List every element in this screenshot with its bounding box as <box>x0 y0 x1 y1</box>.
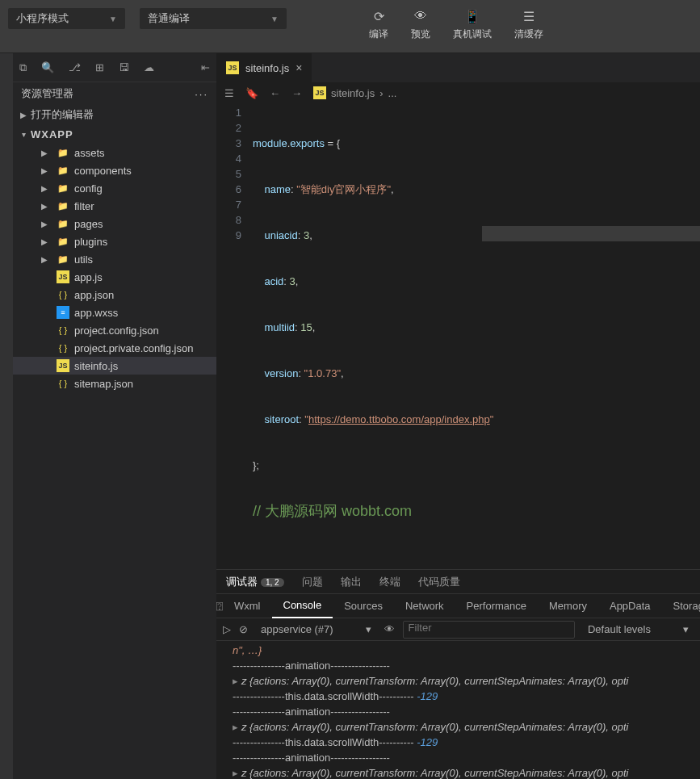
project-section[interactable]: ▾ WXAPP <box>13 124 216 144</box>
code-editor[interactable]: 123456789 module.exports = { name: "智能di… <box>216 103 700 569</box>
chevron-right-icon: ▶ <box>40 184 48 193</box>
devtab-appdata[interactable]: AppData <box>598 594 662 618</box>
bottom-panel: 调试器1, 2 问题 输出 终端 代码质量 ⍰ Wxml Console Sou… <box>216 569 700 779</box>
compile-button[interactable]: ⟳ 编译 <box>358 8 400 41</box>
mode-label: 小程序模式 <box>16 11 69 26</box>
collapse-icon[interactable]: ⇤ <box>201 61 210 73</box>
item-label: app.wxss <box>74 307 118 319</box>
console-line: ---------------animation----------------… <box>233 658 700 673</box>
panel-tabs: 调试器1, 2 问题 输出 终端 代码质量 <box>216 570 700 594</box>
devtab-wxml[interactable]: Wxml <box>223 594 272 618</box>
console-line: ---------------this.data.scrollWidth----… <box>233 689 700 704</box>
file-item[interactable]: JSapp.js <box>13 268 216 286</box>
forward-icon[interactable]: → <box>291 87 302 99</box>
console-toolbar: ▷ ⊘ appservice (#7) ▾ 👁 Default levels ▾ <box>216 618 700 641</box>
play-icon[interactable]: ▷ <box>223 623 231 635</box>
chevron-down-icon: ▾ <box>366 623 371 635</box>
chevron-right-icon: ▶ <box>40 202 48 211</box>
branch-icon[interactable]: ⎇ <box>69 61 81 73</box>
mode-dropdown[interactable]: 小程序模式 ▼ <box>8 8 125 29</box>
folder-item[interactable]: ▶📁plugins <box>13 232 216 250</box>
folder-icon: 📁 <box>57 199 69 212</box>
tab-quality[interactable]: 代码质量 <box>418 575 460 589</box>
file-item[interactable]: { }project.config.json <box>13 321 216 339</box>
console-line: ▸z {actions: Array(0), currentTransform:… <box>233 765 700 779</box>
file-item[interactable]: { }app.json <box>13 286 216 304</box>
wxss-icon: ≡ <box>57 306 69 319</box>
editor-tabs: JS siteinfo.js × <box>216 53 700 82</box>
devtab-console[interactable]: Console <box>272 594 333 618</box>
folder-icon: 📁 <box>57 253 69 266</box>
folder-item[interactable]: ▶📁pages <box>13 215 216 232</box>
tab-output[interactable]: 输出 <box>341 575 362 589</box>
save-icon[interactable]: 🖫 <box>119 61 129 73</box>
filter-input[interactable] <box>403 621 575 639</box>
context-select[interactable]: appservice (#7) ▾ <box>256 621 376 639</box>
editor-area: JS siteinfo.js × ☰ 🔖 ← → JS siteinfo.js … <box>216 53 700 779</box>
eye-icon[interactable]: 👁 <box>384 623 395 635</box>
file-item[interactable]: { }sitemap.json <box>13 375 216 392</box>
json-icon: { } <box>57 377 69 390</box>
item-label: components <box>74 165 132 177</box>
cloud-icon[interactable]: ☁ <box>144 61 154 73</box>
item-label: project.config.json <box>74 325 159 337</box>
item-label: project.private.config.json <box>74 342 193 354</box>
devtab-sources[interactable]: Sources <box>333 594 394 618</box>
js-icon: JS <box>226 61 239 74</box>
list-icon[interactable]: ☰ <box>224 87 234 99</box>
bookmark-icon[interactable]: 🔖 <box>245 87 258 99</box>
folder-item[interactable]: ▶📁assets <box>13 144 216 161</box>
chevron-down-icon: ▾ <box>683 623 689 635</box>
device-debug-button[interactable]: 📱 真机调试 <box>442 8 503 41</box>
inspect-icon[interactable]: ⍰ <box>216 600 223 612</box>
extensions-icon[interactable]: ⊞ <box>95 61 104 73</box>
close-icon[interactable]: × <box>296 61 302 74</box>
folder-icon: 📁 <box>57 235 69 248</box>
item-label: sitemap.json <box>74 378 133 390</box>
search-icon[interactable]: 🔍 <box>41 61 54 73</box>
folder-item[interactable]: ▶📁filter <box>13 197 216 215</box>
clear-cache-button[interactable]: ☰ 清缓存 <box>503 8 555 41</box>
tab-debugger[interactable]: 调试器1, 2 <box>226 575 284 589</box>
folder-item[interactable]: ▶📁utils <box>13 250 216 268</box>
sidebar-icons: ⧉ 🔍 ⎇ ⊞ 🖫 ☁ ⇤ <box>13 53 216 82</box>
tab-terminal[interactable]: 终端 <box>379 575 400 589</box>
preview-button[interactable]: 👁 预览 <box>400 8 442 41</box>
tab-problems[interactable]: 问题 <box>302 575 323 589</box>
tab-siteinfo[interactable]: JS siteinfo.js × <box>216 53 312 82</box>
item-label: filter <box>74 200 94 212</box>
json-icon: { } <box>57 341 69 354</box>
compile-dropdown[interactable]: 普通编译 ▼ <box>140 8 287 29</box>
js-icon: JS <box>57 270 69 283</box>
item-label: plugins <box>74 236 107 248</box>
folder-item[interactable]: ▶📁config <box>13 179 216 197</box>
devtab-storage[interactable]: Storage <box>662 594 700 618</box>
back-icon[interactable]: ← <box>270 87 280 99</box>
file-item[interactable]: JSsiteinfo.js <box>13 357 216 375</box>
refresh-icon: ⟳ <box>374 8 384 24</box>
console-output[interactable]: n", …}---------------animation----------… <box>216 641 700 779</box>
clear-icon[interactable]: ⊘ <box>239 623 248 635</box>
file-item[interactable]: { }project.private.config.json <box>13 339 216 357</box>
folder-icon: 📁 <box>57 182 69 195</box>
chevron-right-icon: ▶ <box>19 111 27 119</box>
folder-item[interactable]: ▶📁components <box>13 161 216 179</box>
devtab-network[interactable]: Network <box>394 594 455 618</box>
item-label: assets <box>74 147 105 159</box>
chevron-right-icon: ▶ <box>40 166 48 175</box>
files-icon[interactable]: ⧉ <box>19 61 27 74</box>
item-label: siteinfo.js <box>74 360 118 372</box>
levels-select[interactable]: Default levels ▾ <box>583 621 694 639</box>
file-item[interactable]: ≡app.wxss <box>13 304 216 321</box>
console-line: n", …} <box>233 643 700 658</box>
item-label: utils <box>74 253 93 266</box>
chevron-down-icon: ▼ <box>270 15 279 23</box>
folder-icon: 📁 <box>57 164 69 177</box>
devtab-performance[interactable]: Performance <box>455 594 538 618</box>
open-editors-section[interactable]: ▶ 打开的编辑器 <box>13 105 216 124</box>
devtools-tabs: ⍰ Wxml Console Sources Network Performan… <box>216 594 700 618</box>
devtab-memory[interactable]: Memory <box>538 594 598 618</box>
console-line: ▸z {actions: Array(0), currentTransform:… <box>233 673 700 689</box>
more-icon[interactable]: ··· <box>195 88 208 100</box>
chevron-down-icon: ▾ <box>19 130 27 139</box>
